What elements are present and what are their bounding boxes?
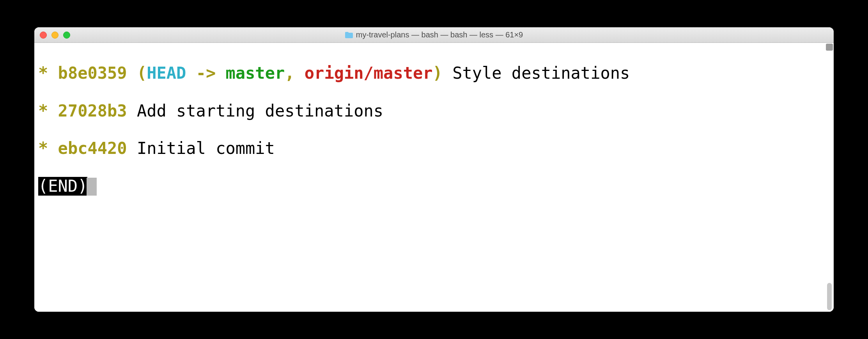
ref-head: HEAD bbox=[147, 64, 186, 83]
scrollbar[interactable] bbox=[825, 44, 833, 311]
commit-message: Add starting destinations bbox=[127, 101, 383, 120]
cursor-icon bbox=[87, 178, 97, 196]
refs-open: ( bbox=[137, 64, 147, 83]
graph-mark: * bbox=[38, 139, 48, 158]
commit-hash: b8e0359 bbox=[58, 64, 127, 83]
log-line: * ebc4420 Initial commit bbox=[38, 139, 830, 158]
scrollbar-thumb[interactable] bbox=[827, 283, 832, 310]
terminal-window: my-travel-plans — bash — bash — less — 6… bbox=[34, 27, 834, 312]
log-line: * b8e0359 (HEAD -> master, origin/master… bbox=[38, 64, 830, 83]
window-title: my-travel-plans — bash — bash — less — 6… bbox=[356, 30, 523, 39]
commit-message: Style destinations bbox=[443, 64, 630, 83]
ref-sep: , bbox=[285, 64, 305, 83]
commit-hash: ebc4420 bbox=[58, 139, 127, 158]
maximize-button[interactable] bbox=[63, 32, 70, 39]
ref-arrow: -> bbox=[186, 64, 225, 83]
graph-mark: * bbox=[38, 64, 48, 83]
end-line: (END) bbox=[38, 177, 830, 196]
commit-message: Initial commit bbox=[127, 139, 275, 158]
terminal-content[interactable]: * b8e0359 (HEAD -> master, origin/master… bbox=[34, 43, 834, 312]
minimize-button[interactable] bbox=[51, 32, 58, 39]
end-marker: (END) bbox=[38, 177, 87, 196]
log-line: * 27028b3 Add starting destinations bbox=[38, 102, 830, 120]
title-wrap: my-travel-plans — bash — bash — less — 6… bbox=[34, 30, 834, 39]
traffic-lights bbox=[40, 32, 70, 39]
folder-icon bbox=[345, 32, 353, 38]
commit-hash: 27028b3 bbox=[58, 101, 127, 120]
graph-mark: * bbox=[38, 101, 48, 120]
scrollbar-marker bbox=[826, 44, 833, 51]
ref-remote: origin/master bbox=[305, 64, 433, 83]
ref-local: master bbox=[226, 64, 285, 83]
titlebar[interactable]: my-travel-plans — bash — bash — less — 6… bbox=[34, 27, 834, 43]
refs-close: ) bbox=[433, 64, 443, 83]
close-button[interactable] bbox=[40, 32, 47, 39]
